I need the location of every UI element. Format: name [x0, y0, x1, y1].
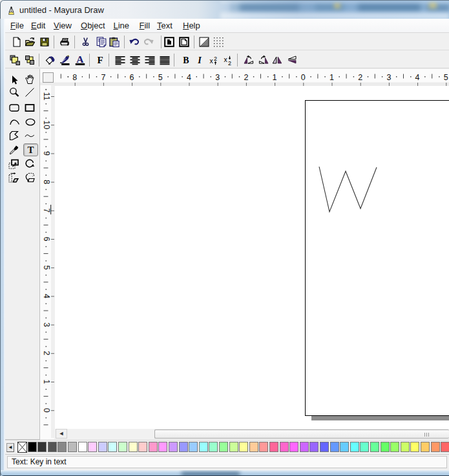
svg-text:4: 4: [415, 73, 420, 82]
svg-text:4: 4: [187, 73, 191, 82]
svg-text:6: 6: [130, 73, 134, 82]
svg-text:x: x: [209, 57, 213, 65]
svg-text:4: 4: [42, 294, 51, 298]
svg-text:5: 5: [42, 265, 51, 270]
svg-text:3: 3: [42, 322, 51, 327]
svg-text:2: 2: [42, 351, 51, 355]
svg-text:7: 7: [101, 73, 105, 82]
svg-text:0: 0: [301, 73, 306, 82]
svg-text:1: 1: [42, 380, 51, 384]
svg-text:x: x: [224, 56, 227, 63]
svg-text:3: 3: [386, 73, 391, 82]
svg-text:2: 2: [358, 73, 362, 82]
svg-text:2: 2: [214, 56, 217, 62]
svg-text:B: B: [183, 56, 189, 65]
svg-text:1: 1: [273, 73, 277, 82]
svg-text:A: A: [76, 55, 84, 65]
svg-text:11: 11: [42, 92, 51, 101]
svg-text:3: 3: [215, 73, 220, 82]
svg-text:5: 5: [158, 73, 163, 82]
svg-text:7: 7: [42, 208, 51, 212]
svg-text:9: 9: [42, 151, 51, 156]
svg-text:8: 8: [42, 180, 51, 184]
svg-text:2: 2: [228, 60, 231, 66]
svg-text:10: 10: [42, 120, 51, 129]
svg-text:F: F: [97, 55, 103, 65]
svg-text:5: 5: [444, 73, 448, 82]
svg-text:I: I: [197, 56, 202, 65]
svg-text:6: 6: [42, 237, 51, 242]
svg-text:2: 2: [244, 73, 248, 82]
svg-text:8: 8: [72, 73, 77, 82]
svg-text:0: 0: [42, 408, 51, 413]
svg-text:1: 1: [329, 73, 334, 82]
